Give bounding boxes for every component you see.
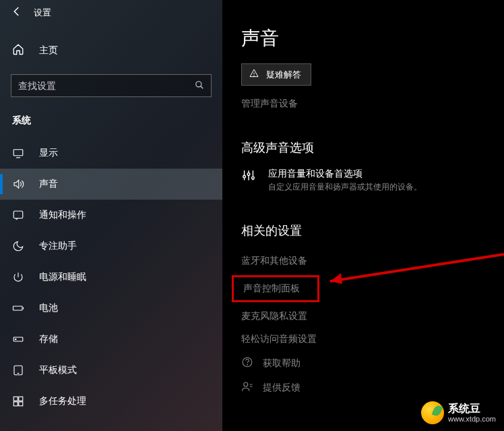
nav-focus-label: 专注助手 (39, 240, 77, 252)
nav-display-label: 显示 (39, 147, 58, 159)
troubleshoot-button[interactable]: 疑难解答 (241, 63, 311, 86)
svg-point-5 (15, 339, 17, 340)
multitask-icon (12, 395, 24, 407)
tablet-icon (12, 364, 24, 376)
svg-rect-9 (13, 402, 18, 406)
app-volume-desc: 自定义应用音量和扬声器或其使用的设备。 (268, 181, 422, 193)
related-heading: 相关的设置 (241, 223, 504, 239)
svg-point-16 (247, 364, 248, 365)
feedback-label: 提供反馈 (263, 382, 301, 394)
svg-rect-3 (13, 306, 23, 310)
search-box[interactable] (11, 74, 212, 97)
advanced-heading: 高级声音选项 (241, 140, 504, 156)
svg-point-14 (252, 177, 255, 179)
header-row: 设置 (0, 0, 222, 28)
nav-power[interactable]: 电源和睡眠 (0, 262, 222, 293)
ease-audio-link[interactable]: 轻松访问音频设置 (241, 328, 504, 351)
watermark-name: 系统豆 (448, 403, 496, 415)
settings-title: 设置 (34, 7, 51, 19)
watermark-logo-icon (421, 401, 444, 424)
display-icon (12, 147, 24, 159)
get-help-row[interactable]: 获取帮助 (241, 352, 504, 375)
sound-icon (12, 178, 24, 190)
get-help-label: 获取帮助 (263, 357, 301, 370)
svg-rect-1 (13, 150, 23, 156)
bluetooth-link[interactable]: 蓝牙和其他设备 (241, 250, 504, 272)
troubleshoot-icon (249, 68, 259, 81)
manage-devices-link[interactable]: 管理声音设备 (241, 98, 504, 110)
nav-focus[interactable]: 专注助手 (0, 231, 222, 262)
nav-multitask-label: 多任务处理 (39, 395, 86, 407)
nav-power-label: 电源和睡眠 (39, 271, 86, 283)
nav-notifications[interactable]: 通知和操作 (0, 200, 222, 231)
help-icon (241, 356, 253, 371)
svg-rect-2 (13, 211, 23, 219)
home-label: 主页 (39, 45, 58, 57)
nav-tablet[interactable]: 平板模式 (0, 355, 222, 386)
svg-point-17 (244, 382, 248, 386)
svg-rect-8 (19, 397, 23, 401)
home-icon (12, 43, 24, 58)
feedback-row[interactable]: 提供反馈 (241, 376, 504, 399)
feedback-icon (241, 380, 253, 395)
section-system-label: 系统 (0, 109, 222, 138)
troubleshoot-label: 疑难解答 (266, 69, 301, 81)
focus-icon (12, 240, 24, 252)
nav-storage[interactable]: 存储 (0, 324, 222, 355)
app-volume-title: 应用音量和设备首选项 (268, 168, 422, 180)
svg-rect-7 (13, 397, 18, 401)
notifications-icon (12, 209, 24, 221)
power-icon (12, 271, 24, 283)
svg-point-13 (247, 173, 250, 175)
nav-storage-label: 存储 (39, 333, 58, 345)
watermark: 系统豆 www.xtdp.com (421, 401, 496, 424)
app-volume-option[interactable]: 应用音量和设备首选项 自定义应用音量和扬声器或其使用的设备。 (241, 168, 504, 193)
sound-control-panel-link[interactable]: 声音控制面板 (232, 275, 319, 302)
back-button[interactable] (11, 5, 23, 20)
storage-icon (12, 333, 24, 345)
svg-point-12 (243, 175, 246, 178)
watermark-url: www.xtdp.com (448, 415, 496, 423)
search-icon (195, 80, 204, 92)
nav-sound[interactable]: 声音 (0, 169, 222, 200)
page-title: 声音 (241, 26, 504, 51)
svg-point-11 (254, 76, 255, 76)
nav-display[interactable]: 显示 (0, 138, 222, 169)
battery-icon (12, 302, 24, 314)
sidebar: 设置 主页 系统 显示 声音 通知和操作 专注助手 电源和睡眠 电池 (0, 0, 222, 431)
nav-multitask[interactable]: 多任务处理 (0, 386, 222, 417)
mic-privacy-link[interactable]: 麦克风隐私设置 (241, 305, 504, 328)
home-nav[interactable]: 主页 (0, 34, 222, 67)
nav-sound-label: 声音 (39, 178, 58, 190)
svg-point-0 (196, 81, 201, 86)
sliders-icon (241, 168, 256, 185)
nav-notifications-label: 通知和操作 (39, 209, 86, 221)
search-input[interactable] (18, 80, 195, 91)
nav-battery-label: 电池 (39, 302, 58, 314)
related-settings: 相关的设置 蓝牙和其他设备 声音控制面板 麦克风隐私设置 轻松访问音频设置 (241, 223, 504, 351)
main-content: 声音 疑难解答 管理声音设备 高级声音选项 应用音量和设备首选项 自定义应用音量… (222, 0, 504, 431)
svg-rect-10 (19, 402, 23, 406)
nav-battery[interactable]: 电池 (0, 293, 222, 324)
nav-tablet-label: 平板模式 (39, 364, 77, 376)
